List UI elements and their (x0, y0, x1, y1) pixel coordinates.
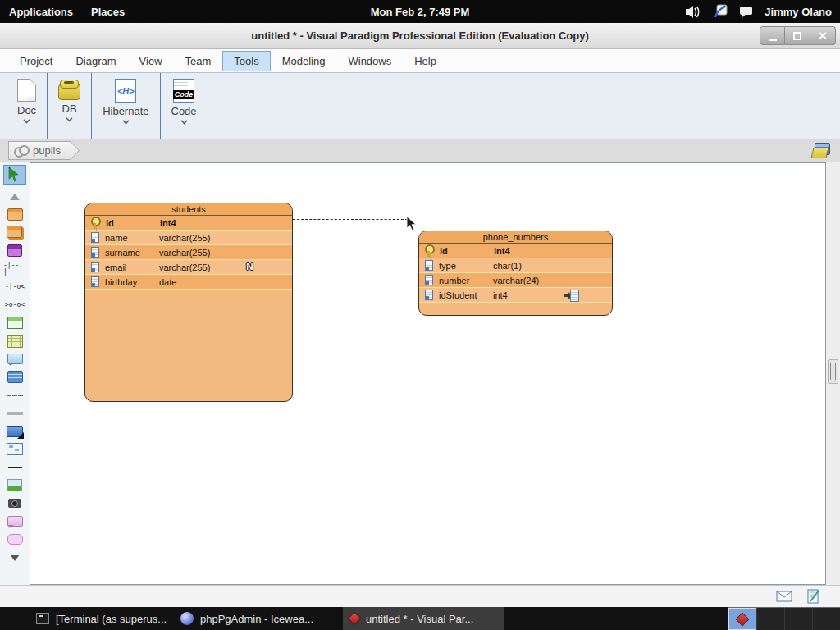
menu-windows[interactable]: Windows (336, 51, 403, 71)
maximize-icon (793, 32, 801, 40)
column-type: char(1) (493, 261, 522, 271)
grid-tool[interactable] (3, 332, 26, 349)
entity-title[interactable]: phone_numbers (419, 231, 612, 244)
relationship-connector-line (293, 219, 408, 220)
entity-tool[interactable] (3, 206, 26, 223)
scroll-up-tool[interactable] (3, 188, 26, 205)
column-type: int4 (160, 218, 176, 228)
column-extra-icon (246, 276, 259, 288)
many-to-many-tool[interactable] (3, 296, 26, 313)
menu-view[interactable]: View (128, 51, 174, 71)
parent-entity-tool[interactable] (3, 224, 26, 241)
column-extra-icon (566, 259, 579, 272)
entity-students[interactable]: students id int4 name varchar(255) (84, 203, 293, 402)
one-to-many-tool[interactable] (3, 278, 26, 295)
overview-tool[interactable] (3, 441, 26, 458)
close-button[interactable] (810, 26, 836, 45)
toolbar-icon-text: Code (173, 90, 195, 99)
applications-menu[interactable]: Applications (0, 0, 82, 23)
link-icon (14, 145, 28, 156)
thick-line-tool[interactable] (3, 404, 26, 422)
entity-column-row[interactable]: name varchar(255) (85, 231, 292, 245)
view-tool[interactable] (3, 242, 26, 259)
entity-title[interactable]: students (85, 203, 292, 216)
column-icon (425, 260, 433, 271)
entity-column-row[interactable]: number varchar(24) (419, 273, 612, 288)
chat-bubble-icon[interactable] (739, 6, 753, 18)
message-icon[interactable] (776, 591, 792, 602)
one-to-one-tool[interactable] (3, 260, 26, 277)
column-type: varchar(24) (493, 276, 539, 285)
tablet-pen-icon[interactable] (713, 4, 728, 19)
entity-phone-numbers[interactable]: phone_numbers id int4 type char(1) (418, 231, 613, 316)
screenshot-tool[interactable] (3, 495, 26, 512)
hibernate-icon: <H> (115, 79, 136, 103)
entity-column-row[interactable]: id int4 (85, 216, 292, 231)
chevron-down-icon[interactable] (24, 117, 30, 124)
menu-tools[interactable]: Tools (222, 51, 270, 71)
task-vp[interactable]: untitled * - Visual Par... (343, 607, 504, 630)
task-terminal[interactable]: [Terminal (as superus... (30, 607, 167, 630)
workspace-cell-4[interactable] (812, 608, 840, 630)
column-extra-icon (246, 246, 259, 258)
rounded-rect-tool[interactable] (3, 531, 26, 548)
entity-column-row[interactable]: email varchar(255) (85, 260, 292, 275)
entity-column-row[interactable]: surname varchar(255) (85, 245, 292, 260)
task-phppgadmin[interactable]: phpPgAdmin - Icewea... (174, 607, 330, 630)
menu-help[interactable]: Help (403, 51, 448, 71)
maximize-button[interactable] (785, 26, 810, 45)
column-type: varchar(255) (159, 262, 210, 272)
db-button[interactable]: DB (47, 73, 91, 139)
pointer-tool[interactable] (3, 165, 26, 185)
package-tool[interactable] (3, 422, 26, 440)
comment-tool[interactable] (3, 513, 26, 530)
key-icon (89, 217, 100, 229)
entity-column-row[interactable]: birthday date (85, 275, 292, 290)
diagram-tab-pupils[interactable]: pupils (8, 141, 80, 160)
code-icon: Code (173, 79, 194, 103)
diagram-tab-label: pupils (33, 144, 61, 157)
entity-column-row[interactable]: idStudent int4 (419, 288, 612, 303)
column-extra-icon (246, 261, 259, 273)
workspace-cell-1[interactable] (728, 608, 756, 630)
workspace-cell-3[interactable] (784, 608, 812, 630)
window-title: untitled * - Visual Paradigm Professiona… (251, 30, 589, 42)
places-menu[interactable]: Places (82, 0, 134, 23)
chevron-down-icon[interactable] (180, 118, 187, 125)
menu-diagram[interactable]: Diagram (64, 51, 127, 71)
menu-project[interactable]: Project (8, 51, 64, 71)
taskbar: [Terminal (as superus... phpPgAdmin - Ic… (0, 607, 840, 630)
doc-icon (17, 79, 36, 102)
text-tool[interactable] (3, 368, 26, 386)
scroll-down-tool[interactable] (3, 549, 26, 566)
column-type: int4 (493, 290, 508, 300)
menu-team[interactable]: Team (174, 51, 223, 71)
minimize-button[interactable] (760, 26, 785, 45)
divider-line-tool[interactable] (3, 459, 26, 476)
table-tool[interactable] (3, 314, 26, 331)
image-tool[interactable] (3, 477, 26, 494)
panel-splitter-handle[interactable] (828, 359, 838, 384)
code-button[interactable]: Code Code (160, 73, 208, 139)
entity-column-row[interactable]: id int4 (419, 244, 612, 258)
hibernate-button[interactable]: <H> Hibernate (91, 73, 159, 139)
workspace: students id int4 name varchar(255) (0, 162, 840, 585)
doc-button[interactable]: Doc (7, 73, 47, 139)
column-type: int4 (494, 246, 510, 256)
task-label: untitled * - Visual Par... (366, 613, 473, 625)
user-menu[interactable]: Jimmy Olano (765, 6, 832, 18)
dashed-line-tool[interactable] (3, 386, 26, 404)
edit-log-icon[interactable] (807, 589, 820, 604)
menu-modeling[interactable]: Modeling (271, 51, 337, 71)
chevron-down-icon[interactable] (122, 118, 129, 125)
column-type: varchar(255) (159, 233, 210, 243)
volume-icon[interactable] (685, 5, 701, 19)
callout-tool[interactable] (3, 350, 26, 368)
chevron-down-icon[interactable] (66, 116, 73, 122)
gnome-top-bar: Applications Places Mon Feb 2, 7:49 PM J… (0, 0, 840, 23)
toolbar-button-label: Code (171, 105, 197, 117)
workspace-cell-2[interactable] (756, 608, 784, 630)
entity-column-row[interactable]: type char(1) (419, 258, 612, 273)
show-diagrams-folder-icon[interactable] (812, 143, 832, 158)
diagram-canvas[interactable]: students id int4 name varchar(255) (30, 162, 826, 585)
